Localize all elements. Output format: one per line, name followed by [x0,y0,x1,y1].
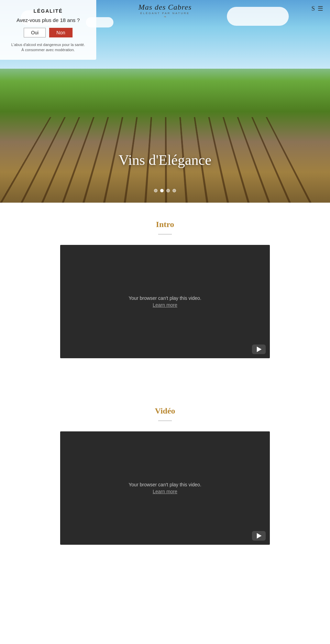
hero-dot-2[interactable] [160,189,164,192]
main-play-triangle [257,533,262,539]
intro-title: Intro [7,220,323,229]
main-video-container: Your browser can't play this video. Lear… [60,431,270,545]
modal-warning: L'abus d'alcool est dangereux pour la sa… [10,42,87,53]
hero-dot-4[interactable] [173,189,176,192]
logo-decoration: ❧ [139,15,192,19]
oui-button[interactable]: Oui [24,28,46,37]
modal-buttons: Oui Non [10,28,87,37]
intro-video-player[interactable]: Your browser can't play this video. Lear… [60,245,270,358]
non-button[interactable]: Non [49,28,73,37]
age-verification-modal: LÉGALITÉ Avez-vous plus de 18 ans ? Oui … [0,0,96,60]
hero-dot-3[interactable] [166,189,170,192]
menu-icon[interactable]: ☰ [318,5,323,12]
intro-video-container: Your browser can't play this video. Lear… [60,245,270,358]
main-video-player[interactable]: Your browser can't play this video. Lear… [60,431,270,545]
hero-dot-1[interactable] [154,189,157,192]
logo-sub-text: ÉLÉGANT PAR NATURE [139,12,192,15]
hero-dots [0,189,330,192]
main-youtube-icon[interactable] [252,531,266,541]
video-section-divider [158,420,172,421]
intro-video-learn-more[interactable]: Learn more [153,302,177,308]
intro-youtube-icon[interactable] [252,344,266,354]
intro-play-triangle [257,347,262,352]
main-video-cant-play: Your browser can't play this video. [129,482,201,487]
search-icon[interactable]: S [311,5,315,12]
page-wrapper: LÉGALITÉ Avez-vous plus de 18 ans ? Oui … [0,0,330,576]
intro-divider [158,234,172,235]
video-section-title: Vidéo [7,406,323,416]
main-video-learn-more[interactable]: Learn more [153,489,177,494]
header-icons: S ☰ [311,5,323,12]
modal-title: LÉGALITÉ [10,8,87,14]
modal-question: Avez-vous plus de 18 ans ? [10,17,87,23]
hero-title: Vins d'Elégance [0,152,330,168]
video-section: Vidéo Your browser can't play this video… [0,389,330,576]
intro-section: Intro Your browser can't play this video… [0,203,330,389]
intro-video-cant-play: Your browser can't play this video. [129,295,201,301]
logo-main-text: Mas des Cabres [139,3,192,11]
site-logo[interactable]: Mas des Cabres ÉLÉGANT PAR NATURE ❧ [139,3,192,19]
